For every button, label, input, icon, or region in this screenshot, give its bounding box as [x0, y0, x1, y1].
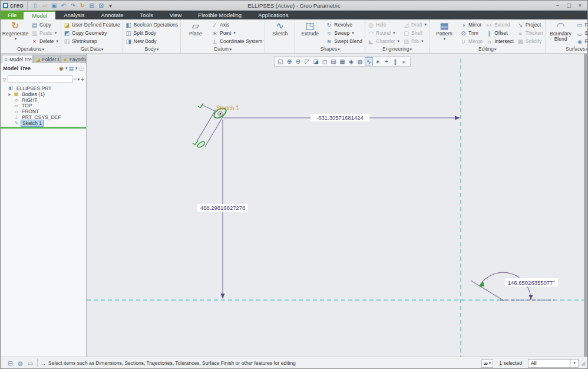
tab-annotate[interactable]: Annotate [93, 11, 132, 19]
tab-tools[interactable]: Tools [132, 11, 161, 19]
tab-applications[interactable]: Applications [250, 11, 296, 19]
extend-button[interactable]: ↦Extend [485, 21, 515, 29]
regenerate-button[interactable]: ↻Regenerate▾ [2, 20, 29, 46]
filter-clear-icon[interactable]: × [74, 77, 77, 82]
spin-center-button[interactable]: + [382, 57, 391, 65]
tree-item-right[interactable]: ▱RIGHT [1, 97, 86, 103]
group-label-engineering[interactable]: Engineering▾ [366, 46, 428, 53]
group-label-shapes[interactable]: Shapes▾ [296, 46, 364, 53]
find-dropdown-icon[interactable]: ▾ [489, 361, 491, 365]
tab-file[interactable]: File [1, 11, 24, 19]
extrude-button[interactable]: ◳Extrude [296, 20, 323, 46]
swept-blend-button[interactable]: ≋Swept Blend [325, 37, 364, 45]
datum-display-button[interactable]: ∗ [374, 57, 382, 65]
boolean-operations-button[interactable]: ◧Boolean Operations [124, 21, 179, 29]
close-window-button[interactable]: ⊠ [97, 1, 105, 9]
zoom-out-button[interactable]: ⊖ [294, 57, 302, 65]
selection-filter-combo[interactable]: All ▾ [528, 359, 579, 368]
chamfer-button[interactable]: ◣Chamfer▾ [366, 37, 401, 45]
window-settings-button[interactable]: ⊞ [87, 1, 96, 9]
boundary-blend-button[interactable]: ◠Boundary Blend [547, 20, 574, 46]
shell-button[interactable]: ▢Shell [402, 29, 428, 37]
angle-reference-line[interactable] [471, 281, 504, 301]
tab-view[interactable]: View [161, 11, 190, 19]
pause-button[interactable]: ∥ [391, 57, 399, 65]
coordinate-system-button[interactable]: ⊥Coordinate System [210, 37, 263, 45]
delete-button[interactable]: ×Delete▾ [30, 37, 60, 45]
freestyle-button[interactable]: ◈Freestyle [576, 37, 587, 45]
filter-add-button[interactable]: + [81, 76, 84, 83]
axis-button[interactable]: ∕Axis [210, 21, 263, 29]
navigator-tab-favorite[interactable]: ★Favorite [60, 55, 86, 63]
mirror-button[interactable]: ◑Mirror [459, 21, 484, 29]
combo-arrow-icon[interactable]: ▾ [570, 360, 578, 367]
tree-filter-input[interactable] [8, 75, 72, 83]
undo-button[interactable]: ↶ [59, 1, 68, 9]
zoom-to-selected-button[interactable]: ◱ [276, 57, 285, 65]
tree-item-bodies-1[interactable]: ▶▦Bodies (1) [1, 91, 86, 97]
rib-button[interactable]: ▥Rib▾ [402, 37, 428, 45]
user-defined-feature-button[interactable]: ◪User-Defined Feature [62, 21, 121, 29]
tab-model[interactable]: Model [24, 11, 55, 19]
sketch-canvas[interactable]: -631.30571681424 488.29816827278 146.650… [87, 54, 584, 357]
fill-button[interactable]: ▭Fill [576, 21, 587, 29]
show-filters-button[interactable]: ◍ [356, 57, 364, 65]
tree-item-top[interactable]: ▱TOP [1, 103, 86, 108]
copy-geometry-button[interactable]: ◩Copy Geometry [62, 29, 121, 37]
capture-image-button[interactable]: ▦ [338, 57, 346, 65]
sketch-axis-line[interactable] [202, 105, 214, 111]
open-button[interactable]: ▱ [40, 1, 49, 9]
tree-item-front[interactable]: ▱FRONT [1, 108, 86, 114]
refit-button[interactable]: ◸ [303, 57, 311, 65]
find-button[interactable]: ∞ ▾ [481, 359, 494, 368]
tree-settings-button[interactable]: ◉ [59, 65, 64, 71]
ellipse-minor[interactable] [197, 140, 206, 148]
dimension-horizontal-value[interactable]: -631.30571681424 [316, 114, 364, 121]
trim-button[interactable]: ⊘Trim [459, 29, 484, 37]
browser-toggle-button[interactable]: ◍ [16, 359, 25, 367]
group-label-body[interactable]: Body▾ [124, 46, 179, 53]
customize-button[interactable]: ▾ [106, 1, 115, 9]
tree-columns-button[interactable]: ▤ [68, 65, 74, 71]
close-button[interactable]: × [575, 2, 585, 9]
group-label-get-data[interactable]: Get Data▾ [62, 46, 121, 53]
minimize-button[interactable]: – [553, 2, 563, 9]
sketch-line-2[interactable] [205, 115, 224, 147]
expand-tools-button[interactable]: ◫ [78, 65, 84, 71]
tree-item-sketch-1[interactable]: ∿Sketch 1 [1, 120, 86, 126]
save-button[interactable]: ▣ [49, 1, 58, 9]
merge-button[interactable]: ∪Merge [459, 37, 484, 45]
round-button[interactable]: ◠Round▾ [366, 29, 401, 37]
resize-grip[interactable]: ◢ [581, 360, 585, 366]
tree-item-ellipses-prt[interactable]: ◧ELLIPSES.PRT [1, 85, 86, 91]
zoom-in-button[interactable]: ⊕ [285, 57, 293, 65]
thicken-button[interactable]: ≡Thicken [516, 29, 544, 37]
sketch-button[interactable]: ∿Sketch [266, 20, 293, 46]
new-file-button[interactable]: ▯ [31, 1, 39, 9]
tab-flexible-modeling[interactable]: Flexible Modeling [190, 11, 250, 19]
pattern-button[interactable]: ▦Pattern▾ [431, 20, 458, 46]
expander-icon[interactable]: ▶ [8, 92, 12, 96]
redo-button[interactable]: ↷ [68, 1, 77, 9]
tab-analysis[interactable]: Analysis [55, 11, 93, 19]
model-tree-toggle-button[interactable]: ⊟ [6, 359, 15, 367]
display-style-button[interactable]: ◻ [321, 57, 329, 65]
copy-button[interactable]: ▤Copy [30, 21, 60, 29]
group-label-editing[interactable]: Editing▾ [431, 46, 544, 53]
group-label-surfaces[interactable]: Surfaces▾ [547, 46, 587, 53]
group-label-operations[interactable]: Operations▾ [2, 46, 60, 53]
sketch-feature-label[interactable]: Sketch 1 [216, 105, 239, 111]
graphics-area[interactable]: ◱⊕⊖◸◪◻▤▦◈◍∿∗+∥▸ [87, 54, 584, 357]
resume-button[interactable]: ▸ [400, 57, 408, 65]
project-button[interactable]: ↘Project [516, 21, 544, 29]
saved-orientations-button[interactable]: ▤ [329, 57, 338, 65]
point-button[interactable]: ∗Point▾ [210, 29, 263, 37]
filter-dropdown-icon[interactable]: ▾ [78, 77, 80, 82]
dimension-vertical-value[interactable]: 488.29816827278 [200, 205, 246, 211]
navigator-tab-folder-b[interactable]: ◪Folder B [33, 55, 60, 63]
intersect-button[interactable]: ∩Intersect [485, 37, 515, 45]
navigator-tab-model-tree[interactable]: ≡Model Tree [2, 55, 32, 63]
annotation-display-button[interactable]: ◈ [347, 57, 355, 65]
shrinkwrap-button[interactable]: ◰Shrinkwrap [62, 37, 121, 45]
full-window-button[interactable]: ▭ [26, 359, 35, 367]
